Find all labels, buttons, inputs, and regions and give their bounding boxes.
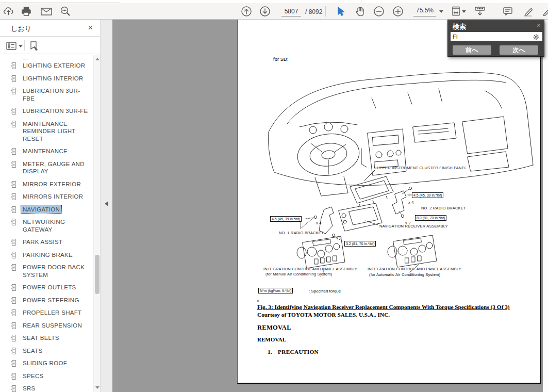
scroll-up-icon[interactable]: [95, 58, 99, 60]
torque-spec-no2-top: 4.5 (45, 39 in.*lbf): [412, 192, 443, 198]
bookmark-page-icon: [10, 385, 17, 392]
bookmark-page-icon: [10, 284, 17, 291]
email-icon[interactable]: [40, 5, 53, 18]
next-page-icon[interactable]: [258, 5, 272, 18]
diagram-label-no2-bracket: NO. 2 RADIO BRACKET: [421, 206, 466, 210]
bookmark-item[interactable]: PARK ASSIST: [10, 236, 93, 249]
bookmark-item-label: NETWORKING GATEWAY: [21, 218, 92, 234]
bookmark-page-icon: [10, 160, 17, 168]
highlighter-icon[interactable]: [522, 5, 536, 18]
bookmark-item-label: NAVIGATION: [21, 205, 61, 214]
bookmark-item[interactable]: SEAT BELTS: [10, 332, 93, 345]
diagram-sublabel-integration-right: (for Automatic Air Conditioning System): [369, 272, 440, 277]
find-previous-button[interactable]: 前へ: [453, 45, 491, 55]
diagram-sublabel-integration-left: (for Manual Air Conditioning System): [265, 272, 332, 276]
bookmark-options-caret[interactable]: [19, 45, 23, 47]
bookmark-item[interactable]: REAR SUSPENSION: [10, 319, 93, 332]
edge-clipped-tool-icon[interactable]: [541, 5, 548, 18]
precaution-step-label: PRECAUTION: [278, 349, 319, 355]
torque-legend-box: N*m (kgf*cm, ft.*lbf): [258, 288, 293, 293]
fit-width-icon[interactable]: [450, 5, 463, 18]
bookmark-item[interactable]: POWER STEERING: [10, 294, 93, 307]
bookmark-item[interactable]: POWER OUTLETS: [10, 281, 93, 294]
bookmarks-toolbar: [0, 37, 100, 54]
bookmarks-close-icon[interactable]: ×: [88, 23, 93, 32]
bookmark-item[interactable]: FL: [10, 55, 93, 59]
bookmark-item-label: POWER DOOR BACK SYSTEM: [21, 263, 92, 279]
bookmark-item-label: REAR SUSPENSION: [21, 321, 84, 330]
find-query-input[interactable]: [451, 32, 542, 41]
scrollbar-thumb[interactable]: [95, 255, 99, 294]
previous-page-icon[interactable]: [240, 5, 253, 18]
find-options-gear-icon[interactable]: [533, 33, 539, 42]
bookmark-item[interactable]: NETWORKING GATEWAY: [10, 216, 93, 236]
pdf-reader-window: / 8092 75.5%: [0, 0, 548, 392]
bolt-count-x4-left: x 4: [316, 221, 322, 225]
bookmark-page-icon: [10, 107, 17, 115]
bookmark-item[interactable]: SLIDING ROOF: [10, 357, 93, 370]
bookmark-item-label: SEAT BELTS: [21, 334, 61, 342]
zoom-dropdown-caret[interactable]: [439, 10, 443, 13]
bookmark-item[interactable]: MIRROR EXTERIOR: [10, 178, 93, 191]
zoom-in-icon[interactable]: [391, 5, 405, 18]
bookmark-page-icon: [10, 238, 17, 246]
hand-tool-icon[interactable]: [353, 5, 367, 18]
bookmark-item-label: PROPELLER SHAFT: [21, 308, 83, 317]
bookmark-item-label: LUBRICATION 3UR-FE: [21, 107, 90, 116]
bookmark-page-icon: [10, 309, 17, 317]
bookmark-item-label: LIGHTING INTERIOR: [21, 74, 85, 83]
bookmark-item[interactable]: SPECS: [10, 370, 93, 383]
search-tool-icon[interactable]: [59, 5, 72, 18]
select-tool-icon[interactable]: [334, 5, 347, 18]
bookmark-page-icon: [10, 334, 17, 342]
bookmark-item[interactable]: PARKING BRAKE: [10, 249, 93, 262]
bookmark-page-icon: [10, 297, 17, 304]
bookmark-page-icon: [10, 181, 17, 188]
bookmark-item-label: PARK ASSIST: [21, 238, 64, 247]
torque-spec-no1-top: 4.5 (45, 39 in.*lbf): [270, 216, 302, 222]
bookmarks-title: しおり: [11, 24, 31, 34]
bookmark-item-label: MIRRORS INTERIOR: [21, 192, 85, 201]
print-icon[interactable]: [20, 5, 33, 18]
bookmarks-scrollbar[interactable]: [93, 55, 100, 392]
bookmark-item-label: SRS: [21, 384, 37, 392]
bookmark-page-icon: [10, 87, 17, 95]
bookmark-item[interactable]: MAINTENANCE: [10, 145, 93, 158]
bookmark-item[interactable]: POWER DOOR BACK SYSTEM: [10, 261, 93, 281]
bookmark-item[interactable]: NAVIGATION: [10, 203, 93, 216]
torque-spec-no1-bottom: 3.2 (81, 70 in.*lbf): [344, 241, 376, 247]
bookmark-item[interactable]: SEATS: [10, 345, 93, 357]
bookmark-item[interactable]: LIGHTING INTERIOR: [10, 72, 93, 85]
toolbar-divider: [325, 6, 326, 17]
fit-dropdown-caret[interactable]: [462, 10, 466, 13]
bookmark-page-icon: [10, 206, 17, 214]
bookmark-item[interactable]: MAINTENANCE REMINDER LIGHT RESET: [10, 118, 93, 145]
scrolling-mode-icon[interactable]: [473, 5, 487, 18]
page-number-input[interactable]: [281, 7, 301, 17]
bookmark-page-icon: [10, 218, 17, 226]
zoom-out-icon[interactable]: [372, 5, 386, 18]
bookmark-item[interactable]: LIGHTING EXTERIOR: [10, 59, 93, 72]
bookmark-options-icon[interactable]: [6, 40, 23, 52]
comment-icon[interactable]: [501, 5, 514, 18]
courtesy-line: Courtesy of TOYOTA MOTOR SALES, U.S.A., …: [257, 312, 390, 318]
bookmark-item[interactable]: METER, GAUGE AND DISPLAY: [10, 158, 93, 178]
figure-caption-link[interactable]: Fig. 3: Identifying Navigation Receiver …: [257, 304, 510, 310]
find-popup-close-icon[interactable]: ×: [537, 21, 541, 29]
bookmark-current-page-icon[interactable]: [29, 40, 38, 52]
document-canvas[interactable]: for SD:: [112, 20, 548, 392]
bookmark-item[interactable]: MIRRORS INTERIOR: [10, 190, 93, 203]
diagram-label-integration-left: INTEGRATION CONTROL AND PANEL ASSEMBLY: [263, 267, 357, 271]
zoom-level-value[interactable]: 75.5%: [413, 7, 436, 17]
cloud-upload-icon[interactable]: [2, 5, 15, 18]
bookmark-item[interactable]: PROPELLER SHAFT: [10, 306, 93, 319]
bookmark-item[interactable]: SRS: [10, 382, 93, 392]
bookmark-item[interactable]: LUBRICATION 3UR-FE: [10, 105, 93, 118]
find-next-button[interactable]: 次へ: [500, 45, 538, 55]
bookmark-page-icon: [10, 251, 17, 259]
document-scroll-gutter[interactable]: [543, 20, 548, 392]
scroll-down-icon[interactable]: [95, 386, 99, 389]
bookmark-item[interactable]: LUBRICATION 3UR-FBE: [10, 85, 93, 105]
panel-collapse-handle[interactable]: [100, 20, 112, 392]
bookmark-item-label: MAINTENANCE: [21, 147, 69, 156]
